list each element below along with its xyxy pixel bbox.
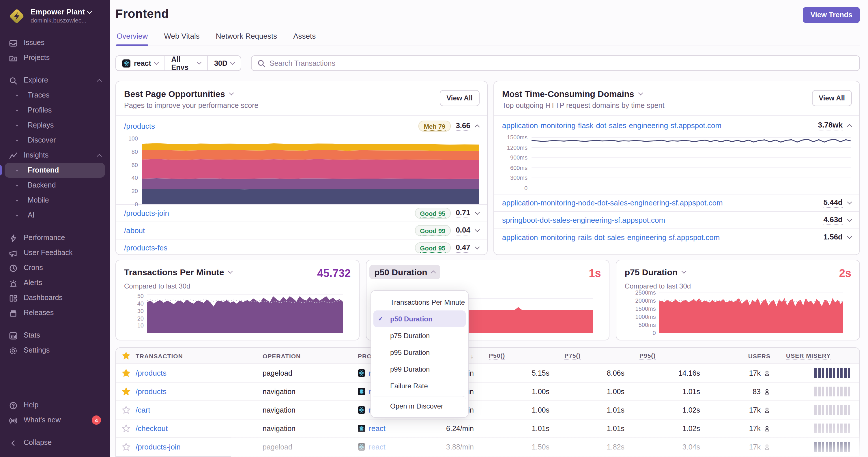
project-link[interactable]: react bbox=[369, 443, 385, 451]
domain-link[interactable]: application-monitoring-flask-dot-sales-e… bbox=[502, 121, 721, 130]
star-toggle[interactable] bbox=[116, 369, 135, 378]
domain-row[interactable]: springboot-dot-sales-engineering-sf.apps… bbox=[494, 211, 859, 228]
table-row[interactable]: /checkout navigation react 6.24/min 1.01… bbox=[116, 420, 859, 438]
search-input[interactable] bbox=[270, 59, 854, 67]
domain-link[interactable]: springboot-dot-sales-engineering-sf.apps… bbox=[502, 216, 665, 225]
metric-selector[interactable]: p75 Duration bbox=[625, 267, 686, 277]
tab-network-requests[interactable]: Network Requests bbox=[215, 32, 278, 45]
sidebar-item-mobile[interactable]: Mobile bbox=[5, 193, 105, 208]
sidebar-item-frontend[interactable]: Frontend bbox=[5, 163, 105, 178]
chevron-down-icon[interactable] bbox=[475, 210, 480, 215]
project-link[interactable]: react bbox=[369, 424, 385, 433]
domain-row[interactable]: application-monitoring-node-dot-sales-en… bbox=[494, 194, 859, 211]
sidebar-item-insights[interactable]: Insights bbox=[5, 148, 105, 163]
score-badge[interactable]: Good 99 bbox=[415, 225, 451, 236]
sidebar-item-traces[interactable]: Traces bbox=[5, 88, 105, 103]
date-range-filter[interactable]: 30D bbox=[208, 56, 241, 70]
transaction-link[interactable]: /checkout bbox=[135, 424, 168, 433]
transaction-link[interactable]: /products bbox=[135, 369, 166, 378]
sidebar-item-projects[interactable]: Projects bbox=[5, 50, 105, 65]
score-badge[interactable]: Meh 79 bbox=[419, 121, 451, 132]
transaction-link[interactable]: /products-join bbox=[135, 443, 181, 451]
table-row[interactable]: /cart navigation react 6.96/min 1.00s 1.… bbox=[116, 401, 859, 420]
sidebar-item-dashboards[interactable]: Dashboards bbox=[5, 290, 105, 305]
column-header-user-misery[interactable]: User Misery bbox=[771, 352, 859, 360]
sidebar-item-profiles[interactable]: Profiles bbox=[5, 103, 105, 118]
score-badge[interactable]: Good 95 bbox=[415, 208, 451, 219]
sidebar-item-replays[interactable]: Replays bbox=[5, 118, 105, 133]
transaction-link[interactable]: /cart bbox=[135, 406, 150, 414]
column-header-p75[interactable]: P75() bbox=[550, 352, 624, 360]
page-link[interactable]: /products-fes bbox=[124, 243, 167, 252]
domain-row[interactable]: application-monitoring-rails-dot-sales-e… bbox=[494, 228, 859, 246]
opportunity-score[interactable]: 0.71 bbox=[456, 208, 470, 218]
column-header-operation[interactable]: Operation bbox=[262, 352, 358, 359]
page-opportunity-row[interactable]: /products-join Good 95 0.71 bbox=[116, 204, 487, 222]
view-all-button[interactable]: View All bbox=[439, 90, 479, 106]
view-all-button[interactable]: View All bbox=[812, 90, 852, 106]
sidebar-item-backend[interactable]: Backend bbox=[5, 178, 105, 193]
star-toggle[interactable] bbox=[116, 443, 135, 451]
org-switcher[interactable]: Empower Plant dominik.buszowiec... bbox=[0, 0, 110, 31]
column-header-transaction[interactable]: Transaction bbox=[135, 352, 262, 359]
tab-assets[interactable]: Assets bbox=[292, 32, 316, 45]
column-header-p50[interactable]: P50() bbox=[474, 352, 550, 360]
sidebar-item-discover[interactable]: Discover bbox=[5, 133, 105, 148]
star-toggle[interactable] bbox=[116, 406, 135, 414]
menu-item[interactable]: p75 Duration bbox=[373, 327, 466, 344]
sidebar-item-ai[interactable]: AI bbox=[5, 208, 105, 223]
star-column-header[interactable] bbox=[116, 351, 135, 360]
sidebar-item-user-feedback[interactable]: User Feedback bbox=[5, 245, 105, 260]
sidebar-item-alerts[interactable]: Alerts bbox=[5, 275, 105, 290]
menu-item[interactable]: Transactions Per Minute bbox=[373, 294, 466, 311]
table-row[interactable]: /products-join pageload react 3.88/min 1… bbox=[116, 438, 859, 456]
chevron-down-icon[interactable] bbox=[847, 234, 852, 239]
page-opportunity-row[interactable]: /about Good 99 0.04 bbox=[116, 222, 487, 239]
sidebar-item-stats[interactable]: Stats bbox=[5, 328, 105, 343]
domain-link[interactable]: application-monitoring-rails-dot-sales-e… bbox=[502, 233, 720, 242]
chevron-down-icon[interactable] bbox=[847, 200, 852, 204]
sidebar-item-issues[interactable]: Issues bbox=[5, 35, 105, 50]
time-spent-value[interactable]: 1.56d bbox=[824, 232, 843, 242]
menu-item[interactable]: Failure Rate bbox=[373, 378, 466, 394]
sidebar-item-performance[interactable]: Performance bbox=[5, 230, 105, 245]
page-link[interactable]: /products bbox=[124, 122, 155, 130]
sidebar-item-crons[interactable]: Crons bbox=[5, 260, 105, 275]
sidebar-item-help[interactable]: Help bbox=[5, 398, 105, 413]
page-link[interactable]: /products-join bbox=[124, 209, 169, 218]
time-spent-value[interactable]: 5.44d bbox=[824, 198, 843, 208]
featured-page-row[interactable]: /products Meh 79 3.66 bbox=[116, 116, 487, 133]
menu-item[interactable]: p99 Duration bbox=[373, 361, 466, 378]
page-opportunity-row[interactable]: /products-fes Good 95 0.47 bbox=[116, 239, 487, 255]
sidebar-collapse-button[interactable]: Collapse bbox=[5, 435, 105, 450]
star-toggle[interactable] bbox=[116, 387, 135, 396]
sidebar-item-releases[interactable]: Releases bbox=[5, 305, 105, 320]
domain-link[interactable]: application-monitoring-node-dot-sales-en… bbox=[502, 198, 723, 207]
menu-item[interactable]: Open in Discover bbox=[373, 396, 466, 414]
time-spent-value[interactable]: 4.63d bbox=[824, 215, 843, 225]
opportunity-score[interactable]: 0.47 bbox=[456, 243, 470, 253]
environment-filter[interactable]: All Envs bbox=[165, 56, 207, 70]
chevron-up-icon[interactable] bbox=[475, 125, 480, 130]
opportunity-score[interactable]: 3.66 bbox=[456, 121, 470, 131]
project-filter[interactable]: react bbox=[116, 56, 164, 70]
chevron-down-icon[interactable] bbox=[475, 244, 480, 250]
table-row[interactable]: /products pageload react /min 5.15s 8.06… bbox=[116, 364, 859, 383]
score-badge[interactable]: Good 95 bbox=[415, 242, 451, 253]
opportunity-score[interactable]: 0.04 bbox=[456, 226, 470, 235]
chevron-down-icon[interactable] bbox=[847, 217, 852, 222]
sidebar-item-settings[interactable]: Settings bbox=[5, 343, 105, 358]
chevron-up-icon[interactable] bbox=[847, 124, 852, 129]
panel-title-group[interactable]: Best Page Opportunities bbox=[124, 89, 479, 99]
tab-overview[interactable]: Overview bbox=[116, 32, 148, 45]
panel-title-group[interactable]: Most Time-Consuming Domains bbox=[502, 89, 851, 99]
metric-selector-open[interactable]: p50 Duration bbox=[369, 265, 440, 279]
column-header-users[interactable]: Users bbox=[700, 352, 771, 359]
featured-domain-row[interactable]: application-monitoring-flask-dot-sales-e… bbox=[494, 116, 859, 132]
page-link[interactable]: /about bbox=[124, 226, 145, 235]
sidebar-item-whats-new[interactable]: What's new 4 bbox=[5, 413, 105, 428]
chevron-down-icon[interactable] bbox=[475, 227, 480, 232]
menu-item[interactable]: ✓p50 Duration bbox=[373, 311, 466, 327]
transaction-link[interactable]: /products bbox=[135, 387, 166, 396]
time-spent-value[interactable]: 3.78wk bbox=[818, 121, 843, 130]
